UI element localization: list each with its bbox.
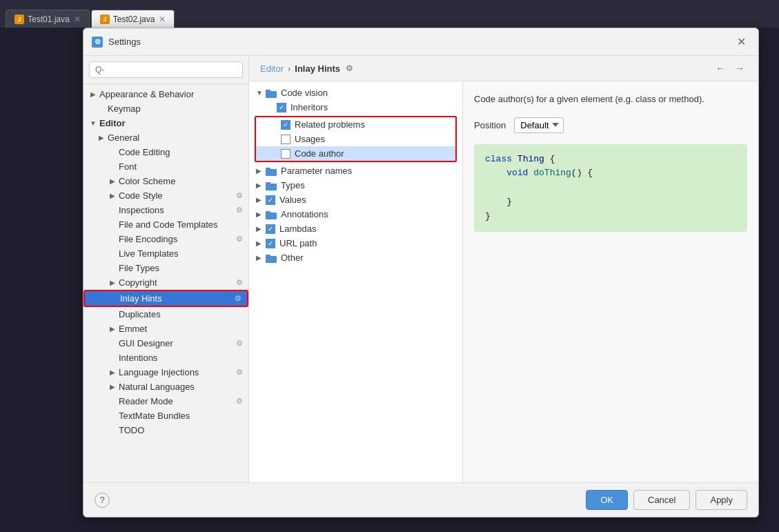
opt-inheritors[interactable]: Inheritors (252, 100, 460, 115)
sidebar-item-code-editing[interactable]: Code Editing (83, 145, 248, 159)
breadcrumb-nav: ← → (713, 61, 747, 75)
java-file-icon: J (14, 14, 24, 24)
breadcrumb-gear-icon[interactable]: ⚙ (346, 63, 353, 73)
sidebar-item-label: Editor (99, 118, 126, 128)
settings-dialog-icon: ⚙ (92, 37, 103, 48)
folder-icon (266, 253, 277, 263)
sidebar-item-live-templates[interactable]: Live Templates (83, 246, 248, 261)
sidebar-item-file-types[interactable]: File Types (83, 261, 248, 275)
sidebar-item-duplicates[interactable]: Duplicates (83, 307, 248, 322)
sidebar-item-code-style[interactable]: ▶ Code Style ⚙ (83, 188, 248, 203)
opt-code-author[interactable]: Code author (256, 146, 455, 161)
nav-forward-button[interactable]: → (732, 61, 747, 75)
opt-types[interactable]: ▶ Types (252, 178, 460, 193)
arrow-right-icon: ▶ (256, 210, 264, 218)
sidebar-item-font[interactable]: Font (83, 159, 248, 174)
sidebar-item-appearance[interactable]: ▶ Appearance & Behavior (83, 87, 248, 101)
arrow-spacer (108, 311, 117, 319)
options-panel: ▼ Code vision Inheritors (249, 81, 463, 482)
checkbox-values[interactable] (266, 195, 275, 205)
sidebar-item-intentions[interactable]: Intentions (83, 351, 248, 365)
dialog-body: ▶ Appearance & Behavior Keymap ▼ Editor … (83, 56, 758, 482)
help-icon: ? (99, 495, 104, 505)
sidebar-item-emmet[interactable]: ▶ Emmet (83, 322, 248, 336)
apply-button[interactable]: Apply (696, 490, 747, 510)
sidebar-item-file-code-templates[interactable]: File and Code Templates (83, 217, 248, 232)
checkbox-lambdas[interactable] (266, 224, 275, 234)
arrow-spacer (108, 235, 117, 244)
position-select[interactable]: Default Above Inline (514, 117, 564, 133)
checkbox-inheritors[interactable] (277, 103, 286, 112)
svg-rect-3 (266, 168, 270, 170)
opt-label: Annotations (281, 209, 328, 219)
search-input[interactable] (89, 61, 243, 78)
sidebar-item-label: Copyright (119, 277, 157, 288)
sidebar-item-language-injections[interactable]: ▶ Language Injections ⚙ (83, 365, 248, 380)
settings-sidebar: ▶ Appearance & Behavior Keymap ▼ Editor … (83, 56, 249, 482)
opt-other[interactable]: ▶ Other (252, 250, 460, 265)
sidebar-item-color-scheme[interactable]: ▶ Color Scheme (83, 174, 248, 188)
opt-url-path[interactable]: ▶ URL path (252, 236, 460, 250)
sidebar-item-gui-designer[interactable]: GUI Designer ⚙ (83, 336, 248, 351)
opt-values[interactable]: ▶ Values (252, 193, 460, 207)
opt-annotations[interactable]: ▶ Annotations (252, 207, 460, 221)
checkbox-code-author[interactable] (281, 149, 290, 159)
sidebar-item-editor-section[interactable]: ▼ Editor (83, 116, 248, 130)
sidebar-item-label: Intentions (119, 353, 157, 363)
settings-dialog: ⚙ Settings ✕ ▶ Appearance & Behavior Key… (83, 28, 759, 518)
sidebar-item-general[interactable]: ▶ General (83, 130, 248, 145)
checkbox-usages[interactable] (281, 135, 290, 144)
sidebar-item-label: Natural Languages (119, 382, 195, 392)
dialog-close-button[interactable]: ✕ (733, 34, 750, 50)
svg-rect-5 (266, 182, 270, 184)
checkbox-url-path[interactable] (266, 239, 275, 248)
opt-label: Related problems (295, 119, 365, 130)
position-row: Position Default Above Inline (474, 117, 747, 133)
opt-parameter-names[interactable]: ▶ Parameter names (252, 164, 460, 178)
sidebar-item-inlay-hints[interactable]: Inlay Hints ⚙ (83, 290, 248, 307)
tab-test02[interactable]: J Test02.java ✕ (91, 10, 175, 28)
sidebar-item-keymap[interactable]: Keymap (83, 101, 248, 116)
nav-back-button[interactable]: ← (713, 61, 728, 75)
sidebar-item-label: Live Templates (119, 248, 178, 259)
code-classname: Thing (517, 154, 544, 164)
arrow-right-icon: ▶ (256, 196, 264, 204)
breadcrumb-parent[interactable]: Editor (260, 63, 284, 74)
opt-related-problems[interactable]: Related problems (256, 117, 455, 132)
arrow-down-icon: ▼ (256, 89, 264, 97)
tab-test02-close[interactable]: ✕ (159, 14, 166, 24)
cancel-button[interactable]: Cancel (633, 490, 690, 510)
svg-rect-4 (266, 184, 277, 190)
opt-usages[interactable]: Usages (256, 132, 455, 146)
sidebar-item-natural-languages[interactable]: ▶ Natural Languages (83, 380, 248, 394)
tab-test01[interactable]: J Test01.java ✕ (6, 10, 90, 28)
sidebar-item-file-encodings[interactable]: File Encodings ⚙ (83, 232, 248, 246)
sidebar-item-inspections[interactable]: Inspections ⚙ (83, 203, 248, 217)
arrow-right-icon: ▶ (256, 254, 264, 262)
ok-button[interactable]: OK (586, 490, 628, 510)
sidebar-item-label: Code Editing (119, 147, 170, 157)
tab-test01-close[interactable]: ✕ (74, 14, 81, 24)
sidebar-item-label: Font (119, 161, 137, 172)
search-box (83, 56, 248, 84)
arrow-right-icon: ▶ (256, 181, 264, 189)
dialog-title-bar: ⚙ Settings ✕ (83, 28, 758, 56)
opt-code-vision[interactable]: ▼ Code vision (252, 86, 460, 100)
code-method: doThing (533, 168, 571, 178)
opt-lambdas[interactable]: ▶ Lambdas (252, 221, 460, 236)
arrow-spacer (108, 148, 117, 157)
opt-label: Code author (295, 148, 344, 159)
folder-icon (266, 166, 277, 176)
sidebar-item-todo[interactable]: TODO (83, 423, 248, 437)
svg-rect-6 (266, 213, 277, 219)
arrow-spacer (108, 264, 117, 273)
arrow-spacer (108, 163, 117, 171)
main-content: Editor › Inlay Hints ⚙ ← → ▼ (249, 56, 758, 482)
sidebar-item-textmate-bundles[interactable]: TextMate Bundles (83, 408, 248, 423)
arrow-spacer (108, 426, 117, 435)
sidebar-item-copyright[interactable]: ▶ Copyright ⚙ (83, 275, 248, 290)
checkbox-related-problems[interactable] (281, 120, 290, 130)
sidebar-item-reader-mode[interactable]: Reader Mode ⚙ (83, 394, 248, 408)
arrow-icon: ▶ (108, 368, 117, 377)
help-button[interactable]: ? (95, 493, 110, 508)
